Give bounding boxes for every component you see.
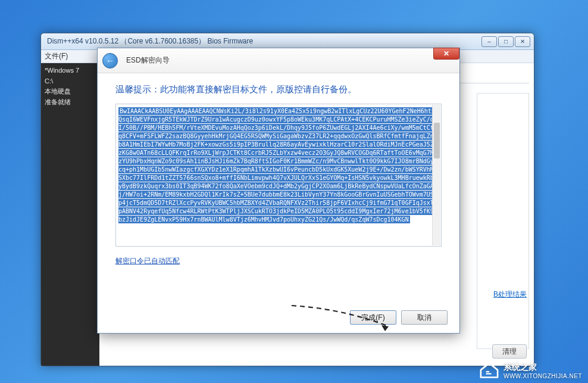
wizard-header: ← ESD解密向导 ✕ (98, 48, 459, 73)
maximize-button[interactable]: □ (498, 36, 514, 47)
scrollbar-thumb[interactable] (434, 123, 440, 158)
sidebar-item[interactable]: C:\ (45, 76, 96, 87)
house-icon (478, 362, 500, 379)
key-textbox[interactable]: BwIAAACkAABSU0EyAAgAAAEAAQCNWsKi2L/3i8l2… (115, 104, 442, 247)
svg-rect-1 (486, 373, 492, 374)
auto-match-link[interactable]: 解密口令已自动匹配 (115, 256, 180, 266)
watermark-name: 系统之家 (503, 362, 537, 372)
svg-rect-0 (486, 371, 489, 372)
cancel-button[interactable]: 取消 (401, 310, 448, 325)
minimize-button[interactable]: – (481, 36, 497, 47)
finish-button[interactable]: 完成(F) (350, 310, 396, 325)
scrollbar[interactable] (432, 105, 440, 245)
sidebar-item[interactable]: 准备就绪 (45, 97, 96, 108)
wizard-title: ESD解密向导 (126, 55, 170, 66)
sidebar-item[interactable]: *Windows 7 (45, 66, 96, 76)
result-link[interactable]: B处理结果 (493, 289, 527, 300)
back-button[interactable]: ← (102, 53, 118, 68)
window-title: Dism++x64 v10.0.5.12 （Core v6.1.7600.163… (45, 36, 480, 46)
sidebar: *Windows 7 C:\ 本地硬盘 准备就绪 (41, 63, 99, 366)
wizard-close-button[interactable]: ✕ (433, 48, 459, 60)
key-content[interactable]: BwIAAACkAABSU0EyAAgAAAEAAQCNWsKi2L/3i8l2… (118, 107, 439, 223)
warning-tip: 温馨提示：此功能将直接解密目标文件，原版控请自行备份。 (115, 84, 442, 95)
menu-file[interactable]: 文件(F) (45, 51, 68, 61)
sidebar-item[interactable]: 本地硬盘 (45, 86, 96, 97)
close-button[interactable]: ✕ (515, 36, 530, 47)
wizard-body: 温馨提示：此功能将直接解密目标文件，原版控请自行备份。 BwIAAACkAABS… (98, 73, 459, 273)
esd-decrypt-wizard: ← ESD解密向导 ✕ 温馨提示：此功能将直接解密目标文件，原版控请自行备份。 … (97, 48, 460, 334)
clear-button[interactable]: 清理 (492, 344, 527, 359)
wizard-footer: 完成(F) 取消 (350, 310, 448, 325)
watermark: 系统之家 WWW.XITONGZHIJIA.NET (478, 362, 582, 379)
right-panel (477, 93, 529, 349)
watermark-url: WWW.XITONGZHIJIA.NET (503, 373, 582, 379)
